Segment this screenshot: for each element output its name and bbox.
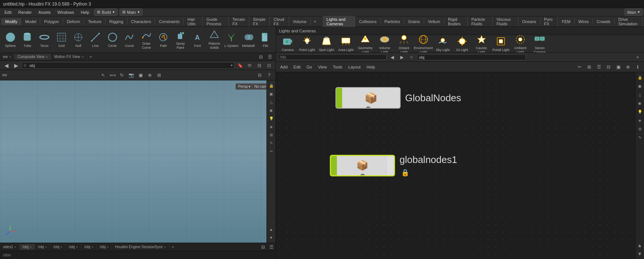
select-tool-btn[interactable]: ↖ — [99, 71, 107, 79]
btab-obj1-close[interactable]: × — [30, 245, 32, 249]
vtab-compositeview-close[interactable]: × — [46, 55, 48, 59]
tab-oceans[interactable]: Oceans — [518, 18, 540, 25]
node-globalnodes-box[interactable]: 📦 — [335, 87, 401, 109]
rs-display6[interactable]: ⊞ — [268, 131, 275, 138]
tab-viscousfluids[interactable]: Viscous Fluids — [493, 16, 518, 27]
btab-layout-btn[interactable]: ⊟ — [259, 243, 267, 251]
btab-obj2-close[interactable]: × — [45, 245, 47, 249]
btab-obj2[interactable]: /obj × — [35, 244, 50, 250]
shelf-file[interactable]: File — [257, 28, 274, 51]
nrs-d7[interactable]: ✎ — [636, 134, 644, 141]
panel-options-btn[interactable]: ☰ — [266, 53, 274, 61]
menu-windows[interactable]: Windows — [54, 9, 77, 15]
snap-btn[interactable]: ⊕ — [146, 71, 154, 79]
path-dropdown-icon[interactable]: ▾ — [231, 63, 233, 67]
shelf-pointlight[interactable]: Point Light — [298, 35, 316, 52]
tab-model[interactable]: Model — [21, 18, 40, 25]
tab-grains[interactable]: Grains — [404, 18, 424, 25]
tab-pyrofx[interactable]: Pyro FX — [540, 16, 558, 27]
nrs-d3[interactable]: ◉ — [636, 99, 644, 107]
nrs-down[interactable]: ▼ — [636, 250, 644, 258]
tab-vellum[interactable]: Vellum — [424, 18, 444, 25]
tab-hairutils[interactable]: Hair Utils — [184, 16, 203, 27]
node-globalnodes1-box[interactable]: 📦 — [330, 155, 395, 176]
handle-btn[interactable]: ⊞ — [155, 71, 163, 79]
tab-drivesim[interactable]: Drive Simulation — [615, 16, 643, 27]
nrs-d4[interactable]: 💡 — [636, 108, 644, 115]
btab-obj3-close[interactable]: × — [60, 245, 62, 249]
rs-display5[interactable]: ◈ — [268, 123, 275, 130]
sync-btn[interactable]: ⟳ — [246, 61, 254, 70]
tab-polygon[interactable]: Polygon — [40, 18, 63, 25]
shelf-curve[interactable]: Curve — [121, 28, 138, 51]
node-netview-btn[interactable]: ⊟ — [604, 63, 613, 71]
shelf-tube[interactable]: Tube — [19, 28, 36, 51]
btab-obj5-close[interactable]: × — [91, 245, 93, 249]
node-go-btn[interactable]: Go — [304, 64, 315, 70]
tab-fem[interactable]: FEM — [558, 18, 574, 25]
btab-options-btn[interactable]: ☰ — [267, 243, 275, 251]
main-button[interactable]: ⊞ Main ▾ — [120, 9, 142, 16]
btab-sessionsync-close[interactable]: × — [164, 245, 166, 249]
tab-wires[interactable]: Wires — [575, 18, 593, 25]
view-options-btn[interactable]: ⊟ — [255, 61, 263, 70]
tab-lights-cameras[interactable]: Lights and Cameras — [323, 16, 355, 27]
btab-add[interactable]: + — [170, 243, 177, 250]
tab-crowds[interactable]: Crowds — [593, 18, 615, 25]
rs-scroll-up[interactable]: ▲ — [268, 226, 275, 233]
shelf-arealight[interactable]: Area Light — [337, 35, 355, 52]
btab-obj4[interactable]: /obj × — [66, 244, 81, 250]
toolbar-add-tab[interactable]: + — [311, 17, 320, 25]
menu-help[interactable]: Help — [78, 9, 92, 15]
tab-particlefluids[interactable]: Particle Fluids — [468, 16, 493, 27]
perspective-btn[interactable]: Persp ▾ — [236, 83, 253, 90]
rs-display2[interactable]: △ — [268, 98, 275, 106]
shelf-environmentlight[interactable]: Environment Light — [414, 35, 433, 52]
nrs-up[interactable]: ▲ — [636, 242, 644, 249]
node-view-btn[interactable]: View — [316, 64, 329, 70]
shelf-sphere[interactable]: Sphere — [2, 28, 19, 51]
node-filter-btn[interactable]: ▣ — [614, 63, 622, 71]
main-button-right[interactable]: Main ▾ — [625, 9, 643, 16]
vtab-motionfxview-close[interactable]: × — [82, 55, 83, 59]
shelf-distantlight[interactable]: Distant Light — [395, 35, 413, 52]
shelf-platonicsolids[interactable]: Platonic Solids — [206, 28, 223, 51]
shelf-line[interactable]: Line — [87, 28, 104, 51]
vtab-compositeview[interactable]: Composite View × — [15, 54, 51, 60]
node-listview-btn[interactable]: ☰ — [595, 63, 603, 71]
rs-display7[interactable]: ✎ — [268, 139, 275, 147]
btab-obj3[interactable]: /obj × — [50, 244, 66, 250]
tab-constraints[interactable]: Constraints — [155, 18, 184, 25]
tab-simplefx[interactable]: Simple FX — [249, 16, 270, 27]
vtab-ew-close[interactable]: × — [9, 55, 11, 59]
shelf-camera[interactable]: Camera — [278, 35, 297, 52]
tab-texture[interactable]: Texture — [84, 18, 105, 25]
btab-nodes1-close[interactable]: × — [14, 245, 16, 249]
btab-obj6[interactable]: /obj × — [97, 244, 112, 250]
camera-btn[interactable]: 📷 — [127, 71, 135, 79]
node-forward-btn[interactable]: ▶ — [398, 53, 406, 61]
shelf-null[interactable]: Null — [70, 28, 87, 51]
shelf-ambientlight[interactable]: Ambient Light — [511, 35, 530, 52]
nrs-d1[interactable]: ▣ — [636, 82, 644, 90]
maximize-btn[interactable]: ⊡ — [265, 61, 273, 70]
shelf-drawcurve[interactable]: Draw Curve — [138, 28, 155, 51]
node-gridview-btn[interactable]: ⊞ — [585, 63, 593, 71]
btab-obj5[interactable]: /obj × — [81, 244, 97, 250]
node-tools-btn[interactable]: Tools — [331, 64, 345, 70]
node-canvas[interactable]: 📦 GlobalNodes 📦 globalnodes1 — [276, 72, 644, 259]
node-help-btn[interactable]: Help — [364, 64, 378, 70]
nrs-snap[interactable]: 🔒 — [636, 74, 644, 81]
shelf-geometrylight[interactable]: Geometry Light — [356, 35, 375, 52]
tab-characters[interactable]: Characters — [127, 18, 155, 25]
tab-modify[interactable]: Modify — [1, 18, 21, 25]
nrs-d2[interactable]: △ — [636, 91, 644, 98]
vtab-add[interactable]: + — [87, 53, 95, 60]
btab-sessionync[interactable]: Houdini Engine SessionSync × — [112, 244, 170, 250]
display-mode-btn[interactable]: ▣ — [136, 71, 145, 79]
panel-layout-btn[interactable]: ⊟ — [257, 53, 265, 61]
rs-display3[interactable]: ◉ — [268, 106, 275, 114]
vtab-motionfxview[interactable]: Motion FX View × — [51, 54, 87, 60]
shelf-causticlight[interactable]: Caustic Light — [472, 35, 491, 52]
tab-deform[interactable]: Deform — [63, 18, 84, 25]
